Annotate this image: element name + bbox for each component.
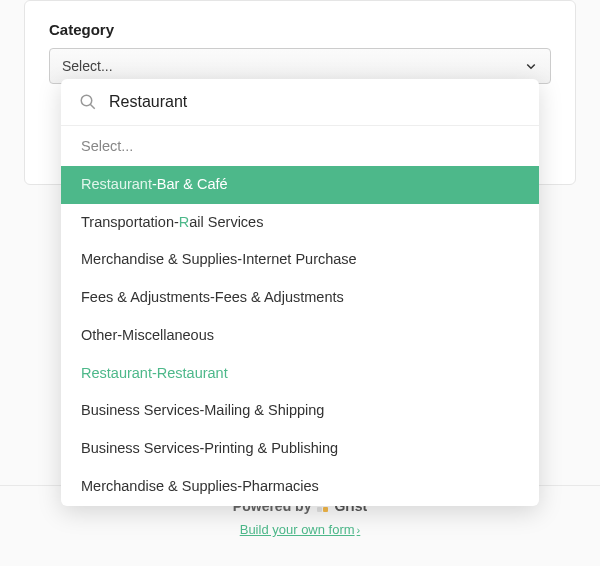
option-match: Restaurant	[157, 365, 228, 381]
option-item[interactable]: Transportation-Rail Services	[61, 204, 539, 242]
option-item[interactable]: Business Services-Printing & Publishing	[61, 430, 539, 468]
option-prefix: Transportation-	[81, 214, 179, 230]
dropdown-panel: Select... Restaurant-Bar & Café Transpor…	[61, 79, 539, 506]
option-item[interactable]: Business Services-Mailing & Shipping	[61, 392, 539, 430]
option-item[interactable]: Other-Miscellaneous	[61, 317, 539, 355]
dropdown-search-input[interactable]	[109, 93, 521, 111]
option-item[interactable]: Merchandise & Supplies-Pharmacies	[61, 468, 539, 506]
field-label: Category	[49, 21, 551, 38]
option-match: R	[179, 214, 189, 230]
svg-point-0	[81, 95, 92, 106]
option-item[interactable]: Restaurant-Bar & Café	[61, 166, 539, 204]
option-match: Restaurant	[81, 365, 152, 381]
option-placeholder[interactable]: Select...	[61, 126, 539, 166]
build-link-text: Build your own form	[240, 522, 355, 537]
svg-line-1	[90, 104, 95, 109]
option-item[interactable]: Restaurant-Restaurant	[61, 355, 539, 393]
option-match: Restaurant	[81, 176, 152, 192]
chevron-right-icon: ›	[357, 524, 361, 536]
build-your-own-form-link[interactable]: Build your own form ›	[240, 522, 361, 537]
option-item[interactable]: Merchandise & Supplies-Internet Purchase	[61, 241, 539, 279]
options-list: Select... Restaurant-Bar & Café Transpor…	[61, 126, 539, 506]
option-rest: ail Services	[189, 214, 263, 230]
form-card: Category Select... Select... Restaurant-…	[24, 0, 576, 185]
search-icon	[79, 93, 97, 111]
chevron-down-icon	[524, 59, 538, 73]
select-trigger-text: Select...	[62, 58, 113, 74]
dropdown-search-row	[61, 79, 539, 125]
option-item[interactable]: Fees & Adjustments-Fees & Adjustments	[61, 279, 539, 317]
option-rest: -Bar & Café	[152, 176, 228, 192]
